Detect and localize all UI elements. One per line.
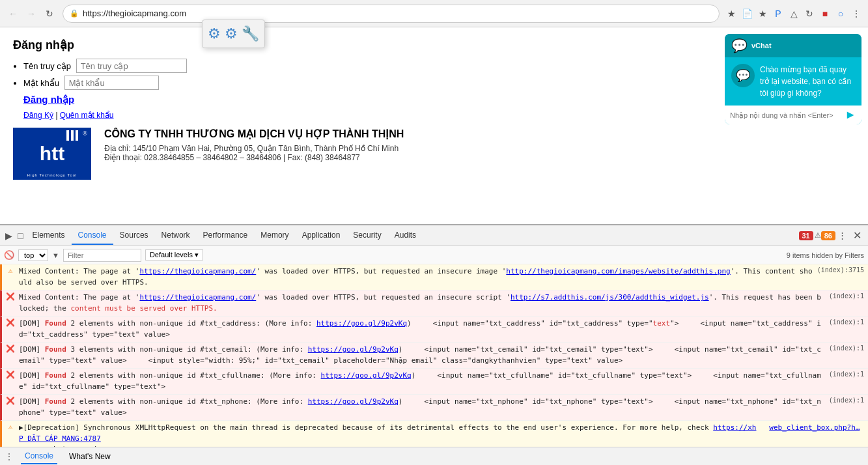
nav-buttons: ← → ↻ [5, 6, 57, 21]
error-count-badge: 31 [799, 231, 813, 240]
msg-ref-3[interactable]: (index):1 [829, 318, 864, 326]
chat-avatar-icon: 💬 [736, 68, 750, 83]
password-input[interactable] [64, 76, 159, 90]
console-messages[interactable]: ⚠ Mixed Content: The page at 'https://th… [0, 264, 868, 447]
url-text: https://thegioicapmang.com [83, 8, 712, 18]
tab-memory[interactable]: Memory [254, 227, 295, 245]
company-logo: ® htt High Technology Tool [13, 128, 91, 180]
login-button[interactable]: Đăng nhập [23, 94, 74, 106]
extension-icon-5[interactable]: ↻ [803, 7, 816, 20]
tab-sources[interactable]: Sources [113, 227, 155, 245]
logo-text-main: htt [40, 143, 64, 165]
username-input[interactable] [76, 59, 187, 73]
hidden-items-info: 9 items hidden by Filters [787, 251, 864, 259]
password-label: Mật khẩu [23, 78, 59, 88]
tab-security[interactable]: Security [346, 227, 387, 245]
devtools-settings-icon[interactable]: ⋮ [835, 229, 849, 242]
main-content: Đăng nhập Tên truy cập Mật khẩu Đăng nhậ… [0, 27, 868, 224]
bottom-dots[interactable]: ⋮ [5, 452, 13, 461]
chat-send-button[interactable]: ► [845, 108, 856, 122]
company-section: ® htt High Technology Tool CÔNG TY TNHH … [13, 128, 855, 180]
msg-text-7: ▶[Deprecation] Synchronous XMLHttpReques… [19, 423, 860, 447]
bottom-tab-whats-new[interactable]: What's New [65, 449, 115, 464]
back-button[interactable]: ← [5, 6, 21, 21]
popup-wrench-icon[interactable]: 🔧 [242, 25, 259, 42]
clear-console-icon[interactable]: 🚫 [4, 250, 14, 260]
company-address: Địa chỉ: 145/10 Phạm Văn Hai, Phường 05,… [104, 144, 404, 153]
chat-input-area[interactable]: ► [725, 106, 861, 124]
tab-application[interactable]: Application [296, 227, 347, 245]
company-info: CÔNG TY TNHH THƯƠNG MẠI DỊCH VỤ HỢP THÀN… [104, 128, 404, 162]
forward-button[interactable]: → [23, 6, 39, 21]
console-message-5: ❌ [DOM] Found 2 elements with non-unique… [0, 369, 868, 395]
msg-text-6: [DOM] Found 2 elements with non-unique i… [19, 397, 825, 418]
bottom-tab-console[interactable]: Console [21, 449, 57, 464]
extension-icon-7[interactable]: ○ [834, 7, 847, 20]
warn-icon-1: ⚠ [6, 266, 15, 275]
chat-widget: 💬 vChat 💬 Chào mừng bạn đã quay trở lại … [725, 34, 861, 124]
chat-input[interactable] [730, 111, 845, 119]
popup-gear-icon-1[interactable]: ⚙ [208, 25, 221, 42]
warn-icon-7: ⚠ [6, 423, 15, 431]
error-icon-5: ❌ [6, 371, 15, 379]
chat-header: 💬 vChat [725, 34, 861, 57]
devtools-inspect-icon[interactable]: □ [15, 228, 25, 244]
error-icon-6: ❌ [6, 397, 15, 405]
chat-body: 💬 Chào mừng bạn đã quay trở lại website,… [725, 57, 861, 106]
dropdown-icon: ▼ [52, 251, 59, 259]
extension-icon-3[interactable]: P [772, 7, 785, 20]
popup-gear-icon-2[interactable]: ⚙ [225, 25, 238, 42]
extension-icon-6[interactable]: ■ [819, 7, 832, 20]
tab-audits[interactable]: Audits [388, 227, 423, 245]
address-bar[interactable]: 🔒 https://thegioicapmang.com [63, 5, 720, 23]
msg-ref-6[interactable]: (index):1 [829, 397, 864, 404]
error-icon-2: ❌ [6, 292, 15, 301]
extension-icon-2[interactable]: 📄 [740, 7, 753, 20]
lock-icon: 🔒 [70, 9, 79, 18]
filter-input[interactable] [63, 249, 141, 262]
devtools-panel: ▶ □ Elements Console Sources Network Per… [0, 224, 868, 465]
msg-ref-5[interactable]: (index):1 [829, 371, 864, 378]
error-icon-3: ❌ [6, 318, 15, 327]
error-icon: ⚠ [815, 231, 821, 240]
reload-button[interactable]: ↻ [42, 6, 57, 21]
forgot-password-link[interactable]: Quên mật khẩu [60, 111, 114, 120]
console-message-1: ⚠ Mixed Content: The page at 'https://th… [0, 264, 868, 290]
extension-icon-1[interactable]: ★ [725, 7, 738, 20]
msg-ref-1[interactable]: (index):3715 [817, 266, 864, 274]
msg-text-1: Mixed Content: The page at 'https://theg… [19, 266, 813, 288]
chat-message: Chào mừng bạn đã quay trở lại website, b… [760, 64, 855, 99]
tab-elements[interactable]: Elements [25, 227, 71, 245]
chat-brand: vChat [751, 42, 772, 49]
tab-console[interactable]: Console [72, 227, 113, 245]
chat-bubble-icon: 💬 [731, 38, 748, 53]
devtools-toolbar: 🚫 top ▼ Default levels ▾ 9 items hidden … [0, 246, 868, 264]
default-levels-button[interactable]: Default levels ▾ [145, 249, 203, 261]
company-name: CÔNG TY TNHH THƯƠNG MẠI DỊCH VỤ HỢP THÀN… [104, 128, 404, 140]
register-link[interactable]: Đăng Ký [23, 111, 53, 120]
msg-text-5: [DOM] Found 2 elements with non-unique i… [19, 371, 825, 392]
logo-registered: ® [83, 130, 87, 137]
msg-text-2: Mixed Content: The page at 'https://theg… [19, 292, 825, 314]
toolbar-icons: ★ 📄 ★ P △ ↻ ■ ○ ⋮ [725, 7, 863, 20]
console-message-3: ❌ [DOM] Found 2 elements with non-unique… [0, 317, 868, 343]
error-icon-4: ❌ [6, 345, 15, 353]
console-message-2: ❌ Mixed Content: The page at 'https://th… [0, 290, 868, 317]
extension-icon-4[interactable]: △ [787, 7, 800, 20]
warning-count-badge: 86 [821, 231, 835, 240]
bookmark-icon[interactable]: ★ [756, 7, 769, 20]
msg-text-3: [DOM] Found 2 elements with non-unique i… [19, 318, 825, 340]
devtools-bottom-bar: ⋮ Console What's New [0, 447, 868, 465]
tab-network[interactable]: Network [155, 227, 197, 245]
tab-performance[interactable]: Performance [197, 227, 255, 245]
popup-menu: ⚙ ⚙ 🔧 [202, 20, 265, 48]
menu-icon[interactable]: ⋮ [850, 7, 863, 20]
devtools-cursor-icon[interactable]: ▶ [3, 228, 15, 244]
company-phone: Điện thoại: 028.38464855 – 38464802 – 38… [104, 153, 404, 162]
msg-ref-2[interactable]: (index):1 [829, 292, 864, 300]
msg-ref-4[interactable]: (index):1 [829, 345, 864, 352]
level-select[interactable]: top [18, 249, 48, 261]
close-devtools-button[interactable]: ✕ [849, 228, 865, 243]
console-message-4: ❌ [DOM] Found 3 elements with non-unique… [0, 343, 868, 369]
logo-tagline: High Technology Tool [27, 173, 77, 177]
